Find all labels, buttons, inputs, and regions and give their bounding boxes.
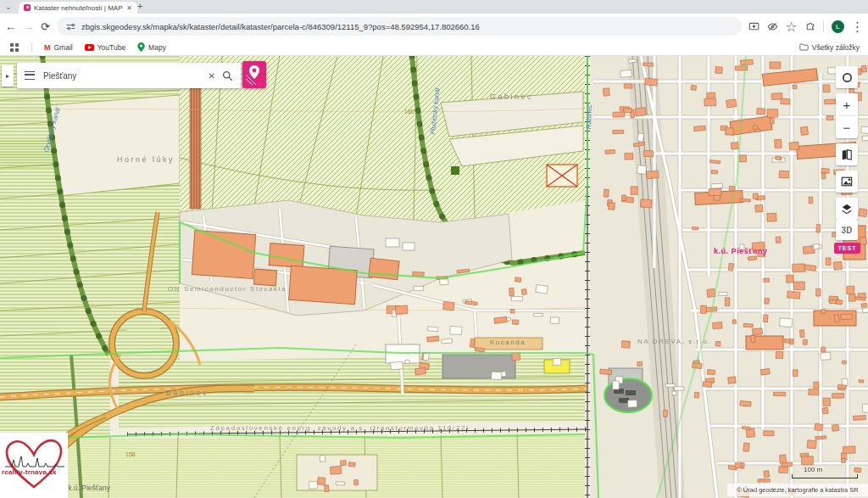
building [550,317,559,324]
building [804,265,816,271]
building [833,261,842,270]
building [413,271,425,276]
building [771,118,775,124]
bookmark-gmail[interactable]: M Gmail [44,43,73,52]
building [789,142,799,150]
building [760,368,770,375]
building [816,225,821,232]
building [704,98,716,106]
building [800,126,808,135]
building [470,339,475,347]
building [816,288,821,296]
map-attribution: © Úrad geodézie, kartografie a katastra … [727,484,868,496]
building [752,242,765,251]
menu-hamburger-icon[interactable] [25,71,35,80]
share-screen-icon[interactable] [748,21,760,32]
building [663,410,667,417]
building [755,204,763,212]
reload-button[interactable]: ⟳ [41,21,50,32]
building [836,300,842,305]
forward-button[interactable]: → [23,21,34,32]
building [621,195,626,201]
building [740,244,745,250]
building [694,392,698,398]
building [691,85,697,90]
building [731,143,738,150]
search-icon[interactable] [222,70,233,81]
map-pin-icon [137,42,145,52]
building [694,126,706,131]
building [821,352,831,361]
building [743,323,753,327]
tab-close-icon[interactable]: ✕ [126,4,132,12]
bookmark-label: Všetky záložky [812,43,860,52]
building [767,109,778,118]
building [713,322,723,329]
building [725,298,730,306]
site-info-icon[interactable] [65,21,76,32]
building [740,401,751,407]
building [613,112,625,117]
compare-maps-button[interactable] [836,143,858,165]
profile-avatar[interactable]: L [832,20,844,33]
building [862,404,868,412]
search-bar[interactable]: ✕ [17,63,241,88]
clear-search-icon[interactable]: ✕ [209,71,215,81]
building [405,360,409,363]
threed-button[interactable]: 3D [836,220,858,240]
building [509,288,515,296]
building [521,289,526,295]
building [787,291,800,299]
building [703,382,712,388]
building [849,294,855,301]
building [821,347,826,352]
building [336,482,345,485]
zoom-out-button[interactable]: − [836,116,858,138]
zoom-in-button[interactable]: + [836,93,858,115]
folder-icon [799,43,809,51]
building [803,246,815,255]
building [443,301,454,311]
building [605,149,615,154]
extensions-icon[interactable] [804,21,815,32]
building [600,369,612,375]
building [604,189,609,197]
bookmark-star-icon[interactable]: ☆ [786,21,797,32]
building [847,286,854,294]
tab-search-chevron[interactable]: ⌄ [5,3,12,11]
building [743,443,749,451]
address-bar[interactable]: zbgis.skgeodesy.sk/mapka/sk/kataster/det… [57,17,742,36]
search-input[interactable] [42,70,202,81]
layers-button[interactable] [836,198,858,220]
building [822,407,828,414]
locate-button[interactable] [836,66,858,88]
bookmark-youtube[interactable]: YouTube [85,43,125,52]
all-bookmarks-button[interactable]: Všetky záložky [799,43,860,52]
menu-kebab-icon[interactable]: ⋮ [852,21,863,32]
building [741,59,754,65]
new-tab-button[interactable]: + [137,1,142,11]
building [553,358,561,365]
building [423,353,429,361]
bookmark-mapy[interactable]: Mapy [137,42,166,52]
back-button[interactable]: ← [5,21,16,32]
map-canvas[interactable] [0,56,868,498]
apps-grid-icon[interactable] [8,42,19,53]
building [843,446,855,454]
building [427,336,439,342]
panel-expander[interactable]: ▸ [2,64,14,87]
building [861,65,867,72]
building [692,227,698,231]
bookmark-label: Mapy [148,43,166,52]
building [861,304,866,307]
building [834,315,839,322]
building [764,431,774,436]
building [764,278,770,282]
eye-off-icon[interactable] [767,21,778,32]
building [793,282,804,290]
basemap-button[interactable] [836,171,858,193]
building [800,330,805,338]
building [427,327,438,332]
browser-tab[interactable]: Kataster nehnuteľností | MAPK... ✕ [19,2,137,14]
mapka-logo-button[interactable] [242,61,266,88]
